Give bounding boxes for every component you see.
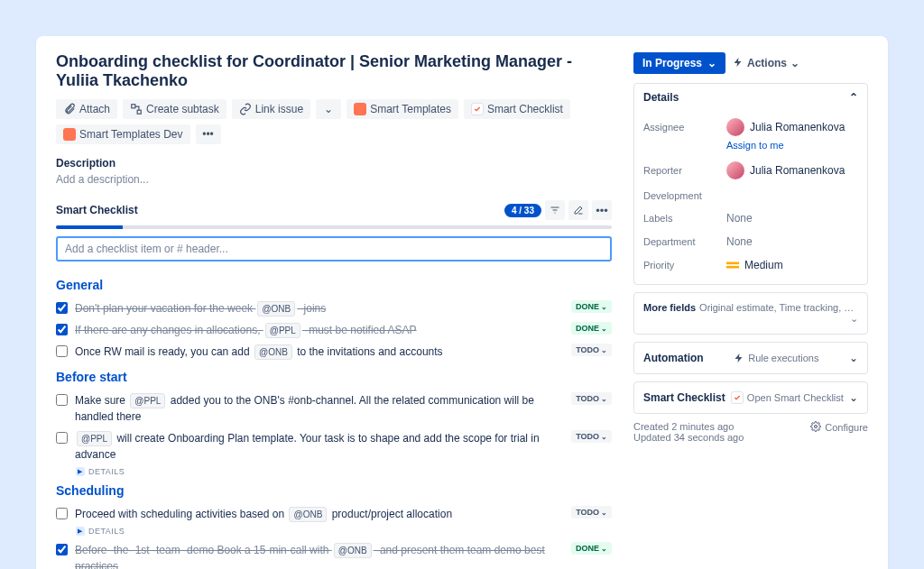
checklist-checkbox[interactable] — [56, 432, 68, 444]
checklist-item-text: If there are any changes in allocations,… — [75, 322, 564, 338]
status-badge[interactable]: TODO⌄ — [571, 430, 612, 443]
checklist-item[interactable]: Before -the- 1st -team -demo Book a 15-m… — [56, 539, 612, 569]
status-badge[interactable]: DONE⌄ — [571, 542, 612, 555]
smart-checklist-card[interactable]: Smart ChecklistOpen Smart Checklist⌄ — [633, 381, 868, 414]
smart-templates-dev-button[interactable]: Smart Templates Dev — [56, 124, 190, 144]
issue-panel: Onboarding checklist for Coordinator | S… — [36, 36, 888, 569]
checklist-group-header: Before start — [56, 370, 612, 384]
smart-templates-button[interactable]: Smart Templates — [346, 99, 458, 119]
edit-button[interactable] — [568, 200, 588, 220]
checklist-item[interactable]: @PPL will create Onboarding Plan templat… — [56, 427, 612, 465]
mention-tag: @PPL — [77, 431, 112, 446]
details-header[interactable]: Details⌃ — [634, 84, 867, 111]
checklist-group-header: Scheduling — [56, 483, 612, 498]
chevron-up-icon: ⌃ — [849, 91, 858, 104]
chevron-down-icon: ⌄ — [324, 103, 333, 115]
smart-checklist-icon — [731, 391, 744, 404]
reporter-field[interactable]: Reporter Julia Romanenkova — [643, 156, 858, 185]
checklist-checkbox[interactable] — [56, 394, 68, 406]
mention-tag: @ONB — [254, 344, 292, 360]
actions-button[interactable]: Actions⌄ — [733, 57, 799, 70]
status-badge[interactable]: DONE⌄ — [571, 300, 612, 313]
checklist-item[interactable]: If there are any changes in allocations,… — [56, 319, 612, 341]
svg-point-4 — [815, 426, 818, 428]
attachment-icon — [63, 103, 76, 115]
checklist-item-text: Don't plan your vacation for the week @O… — [75, 300, 564, 317]
checklist-more-button[interactable]: ••• — [592, 200, 612, 220]
filter-button[interactable] — [545, 200, 565, 220]
mention-tag: @ONB — [257, 301, 295, 317]
checklist-item[interactable]: Proceed with scheduling activities based… — [56, 503, 612, 525]
description-placeholder[interactable]: Add a description... — [56, 173, 612, 186]
add-checklist-input[interactable] — [56, 236, 612, 262]
more-actions-button[interactable]: ••• — [196, 124, 221, 144]
chevron-down-icon: ⌄ — [850, 313, 858, 325]
status-select[interactable]: In Progress⌄ — [633, 52, 725, 74]
checklist-item-text: Make sure @PPL added you to the ONB's #o… — [75, 392, 564, 425]
status-row: In Progress⌄ Actions⌄ — [633, 52, 868, 74]
checklist-item[interactable]: Make sure @PPL added you to the ONB's #o… — [56, 390, 612, 427]
status-badge[interactable]: DONE⌄ — [571, 322, 612, 335]
create-subtask-button[interactable]: Create subtask — [123, 99, 226, 119]
checklist-title: Smart Checklist — [56, 204, 138, 216]
checklist-counter: 4 / 33 — [504, 204, 541, 217]
smart-checklist-button[interactable]: Smart Checklist — [464, 99, 570, 119]
svg-rect-3 — [726, 266, 739, 269]
department-field[interactable]: Department None — [643, 230, 858, 253]
link-dropdown-button[interactable]: ⌄ — [316, 99, 341, 119]
checklist-item-text: Before -the- 1st -team -demo Book a 15-m… — [75, 542, 564, 569]
expand-icon: ▶ — [76, 527, 85, 536]
checklist-progress — [56, 225, 612, 229]
link-icon — [239, 103, 252, 115]
lightning-icon — [733, 57, 744, 70]
chevron-down-icon: ⌄ — [707, 57, 716, 69]
svg-rect-1 — [137, 110, 141, 114]
smart-checklist-icon — [471, 103, 484, 115]
status-badge[interactable]: TODO⌄ — [571, 344, 612, 356]
checklist-checkbox[interactable] — [56, 345, 68, 357]
smart-templates-icon — [354, 103, 366, 115]
details-body: Assignee Julia Romanenkova Assign to me … — [634, 111, 867, 284]
automation-card[interactable]: AutomationRule executions⌄ — [633, 342, 868, 374]
checklist-checkbox[interactable] — [56, 302, 68, 314]
checklist-item-text: @PPL will create Onboarding Plan templat… — [75, 430, 564, 463]
status-badge[interactable]: TODO⌄ — [571, 506, 612, 519]
checklist-item[interactable]: Don't plan your vacation for the week @O… — [56, 298, 612, 319]
labels-field[interactable]: Labels None — [643, 206, 858, 230]
link-issue-button[interactable]: Link issue — [232, 99, 310, 119]
created-timestamp: Created 2 minutes ago — [633, 421, 744, 432]
checklist-body: GeneralDon't plan your vacation for the … — [56, 278, 612, 569]
issue-toolbar: Attach Create subtask Link issue ⌄ Smart… — [56, 99, 612, 144]
checklist-checkbox[interactable] — [56, 508, 68, 519]
mention-tag: @PPL — [130, 393, 165, 408]
checklist-tools: 4 / 33 ••• — [504, 200, 612, 220]
issue-main: Onboarding checklist for Coordinator | S… — [56, 52, 612, 569]
assignee-field[interactable]: Assignee Julia Romanenkova — [643, 113, 858, 142]
checklist-checkbox[interactable] — [56, 324, 68, 335]
priority-field[interactable]: Priority Medium — [643, 253, 858, 277]
svg-rect-0 — [132, 105, 135, 108]
configure-button[interactable]: Configure — [810, 421, 868, 434]
priority-medium-icon — [726, 259, 739, 271]
lightning-icon — [734, 353, 744, 363]
checklist-group-header: General — [56, 278, 612, 292]
chevron-down-icon: ⌄ — [849, 352, 858, 364]
issue-sidebar: In Progress⌄ Actions⌄ Details⌃ Assignee … — [633, 52, 868, 569]
expand-icon: ▶ — [76, 467, 85, 476]
details-toggle[interactable]: ▶DETAILS — [76, 527, 612, 536]
issue-meta: Created 2 minutes ago Updated 34 seconds… — [633, 421, 868, 443]
checklist-header: Smart Checklist 4 / 33 ••• — [56, 200, 612, 220]
assign-to-me-link[interactable]: Assign to me — [726, 140, 858, 151]
checklist-item-text: Proceed with scheduling activities based… — [75, 506, 564, 522]
gear-icon — [810, 421, 821, 434]
development-field[interactable]: Development — [643, 185, 858, 206]
details-toggle[interactable]: ▶DETAILS — [76, 467, 612, 476]
smart-templates-dev-icon — [63, 128, 76, 141]
attach-button[interactable]: Attach — [56, 99, 117, 119]
checklist-checkbox[interactable] — [56, 544, 68, 555]
more-fields-card[interactable]: More fieldsOriginal estimate, Time track… — [633, 292, 868, 335]
status-badge[interactable]: TODO⌄ — [571, 392, 612, 405]
checklist-item[interactable]: Once RW mail is ready, you can add @ONB … — [56, 341, 612, 363]
mention-tag: @PPL — [265, 323, 300, 338]
ellipsis-icon: ••• — [202, 128, 214, 141]
